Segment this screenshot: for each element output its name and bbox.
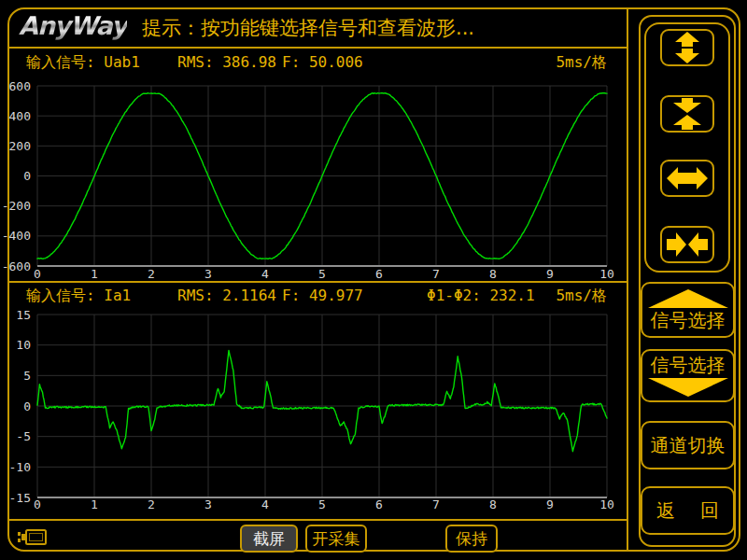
compress-vertical-icon [667, 98, 708, 130]
expand-horizontal-icon [667, 162, 708, 194]
svg-text:5: 5 [318, 497, 326, 511]
svg-text:-400: -400 [2, 229, 31, 243]
svg-text:10: 10 [599, 497, 614, 511]
start-acquisition-button-label: 开采集 [313, 528, 360, 550]
phase-diff-value: Φ1-Φ2: 232.1 [427, 287, 535, 304]
svg-text:10: 10 [16, 338, 31, 352]
compress-vertical-button[interactable] [660, 95, 714, 133]
svg-text:1: 1 [91, 267, 98, 281]
bottombar-divider [7, 519, 628, 521]
svg-text:6: 6 [375, 497, 383, 511]
svg-text:-200: -200 [2, 199, 31, 213]
svg-text:15: 15 [16, 308, 31, 322]
signal-select-up-label: 信号选择 [651, 310, 726, 331]
svg-text:5: 5 [318, 267, 326, 281]
svg-text:9: 9 [546, 497, 554, 511]
screenshot-button-label: 截屏 [253, 528, 285, 550]
compress-horizontal-icon [667, 229, 708, 260]
svg-text:-5: -5 [16, 429, 31, 443]
return-button[interactable]: 返回 [641, 486, 735, 535]
svg-text:400: 400 [9, 109, 31, 123]
titlebar-divider [7, 47, 628, 49]
start-acquisition-button[interactable]: 开采集 [305, 525, 367, 553]
svg-text:-600: -600 [2, 259, 31, 273]
svg-text:7: 7 [432, 267, 440, 281]
timebase-label: 5ms/格 [556, 53, 607, 73]
svg-text:0: 0 [23, 169, 31, 183]
signal-select-down-button[interactable]: 信号选择 [641, 349, 735, 402]
triangle-down-icon [648, 378, 728, 397]
svg-text:0: 0 [34, 497, 41, 511]
svg-text:2: 2 [148, 267, 155, 281]
svg-text:3: 3 [204, 497, 212, 511]
svg-text:8: 8 [489, 497, 497, 511]
signal-select-up-button[interactable]: 信号选择 [641, 282, 735, 338]
signal-label: 输入信号: Ia1 [26, 287, 131, 306]
panel-divider [627, 7, 628, 552]
anyway-logo: AnyWay [19, 11, 127, 40]
svg-text:1: 1 [91, 497, 98, 511]
chart-divider [7, 281, 628, 283]
battery-icon [17, 527, 49, 548]
rms-value: RMS: 386.98 [177, 53, 276, 71]
channel-switch-label: 通道切换 [651, 435, 726, 456]
svg-text:8: 8 [489, 267, 497, 281]
voltage-chart-header: 输入信号: Uab1 RMS: 386.98 F: 50.006 5ms/格 [9, 53, 626, 77]
svg-text:9: 9 [546, 267, 554, 281]
svg-text:600: 600 [9, 79, 31, 93]
current-waveform-chart: 151050-5-10-15012345678910 [9, 308, 626, 510]
instrument-screen: AnyWay 提示：按功能键选择信号和查看波形... 输入信号: Uab1 RM… [0, 0, 747, 560]
status-message: 提示：按功能键选择信号和查看波形... [142, 15, 474, 41]
triangle-up-icon [648, 289, 728, 308]
svg-text:-10: -10 [9, 460, 31, 474]
timebase-label: 5ms/格 [556, 287, 607, 306]
svg-text:7: 7 [432, 497, 440, 511]
svg-text:4: 4 [261, 267, 269, 281]
svg-text:0: 0 [34, 267, 41, 281]
rms-value: RMS: 2.1164 [177, 287, 276, 304]
hold-button-label: 保持 [456, 528, 487, 550]
svg-text:10: 10 [599, 267, 614, 281]
svg-text:-15: -15 [9, 491, 31, 505]
expand-vertical-icon [667, 32, 708, 63]
expand-vertical-button[interactable] [660, 29, 714, 66]
signal-label: 输入信号: Uab1 [26, 53, 140, 73]
channel-switch-button[interactable]: 通道切换 [641, 421, 735, 469]
return-button-label: 返回 [642, 500, 733, 522]
screenshot-button[interactable]: 截屏 [240, 525, 298, 553]
signal-select-down-label: 信号选择 [651, 355, 726, 376]
freq-value: F: 49.977 [282, 287, 363, 304]
hold-button[interactable]: 保持 [445, 525, 498, 553]
svg-text:5: 5 [23, 369, 31, 383]
freq-value: F: 50.006 [282, 53, 363, 71]
voltage-waveform-chart: 6004002000-200-400-600012345678910 [9, 78, 626, 280]
svg-text:6: 6 [375, 267, 383, 281]
svg-text:2: 2 [148, 497, 155, 511]
compress-horizontal-button[interactable] [660, 226, 714, 263]
svg-text:4: 4 [261, 497, 269, 511]
svg-text:0: 0 [23, 399, 31, 413]
expand-horizontal-button[interactable] [660, 160, 714, 197]
svg-text:3: 3 [204, 267, 212, 281]
svg-text:200: 200 [9, 139, 31, 153]
